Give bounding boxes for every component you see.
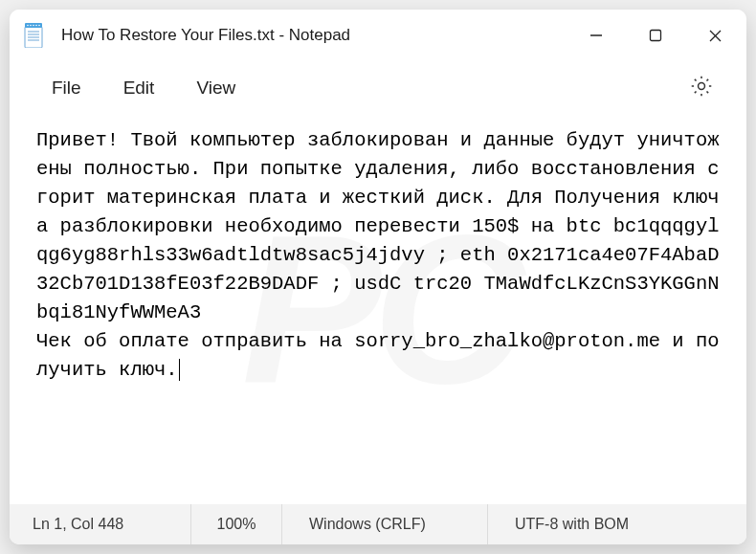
status-encoding: UTF-8 with BOM <box>488 504 746 544</box>
menu-file[interactable]: File <box>31 70 102 106</box>
menu-view[interactable]: View <box>175 70 256 106</box>
text-caret <box>179 359 180 381</box>
menu-bar: File Edit View <box>10 61 746 115</box>
document-text-content: Привет! Твой компьютер заблокирован и да… <box>36 129 720 381</box>
svg-point-6 <box>27 25 29 27</box>
window-title: How To Restore Your Files.txt - Notepad <box>61 26 567 45</box>
document-text: Привет! Твой компьютер заблокирован и да… <box>36 126 720 385</box>
settings-button[interactable] <box>683 68 720 108</box>
minimize-button[interactable] <box>567 10 626 61</box>
svg-point-7 <box>30 25 32 27</box>
status-position: Ln 1, Col 448 <box>10 504 191 544</box>
svg-point-9 <box>35 25 37 27</box>
status-bar: Ln 1, Col 448 100% Windows (CRLF) UTF-8 … <box>10 504 746 544</box>
close-button[interactable] <box>685 10 745 61</box>
status-eol: Windows (CRLF) <box>282 504 488 544</box>
svg-point-8 <box>33 25 34 27</box>
notepad-window: How To Restore Your Files.txt - Notepad … <box>10 10 746 544</box>
maximize-button[interactable] <box>626 10 685 61</box>
notepad-icon <box>23 23 44 48</box>
svg-point-15 <box>699 83 705 90</box>
text-area[interactable]: PC Привет! Твой компьютер заблокирован и… <box>10 115 746 504</box>
svg-rect-12 <box>651 31 661 41</box>
status-zoom[interactable]: 100% <box>191 504 282 544</box>
menu-edit[interactable]: Edit <box>102 70 176 106</box>
svg-point-10 <box>38 25 40 27</box>
window-controls <box>567 10 746 61</box>
title-bar: How To Restore Your Files.txt - Notepad <box>10 10 746 61</box>
